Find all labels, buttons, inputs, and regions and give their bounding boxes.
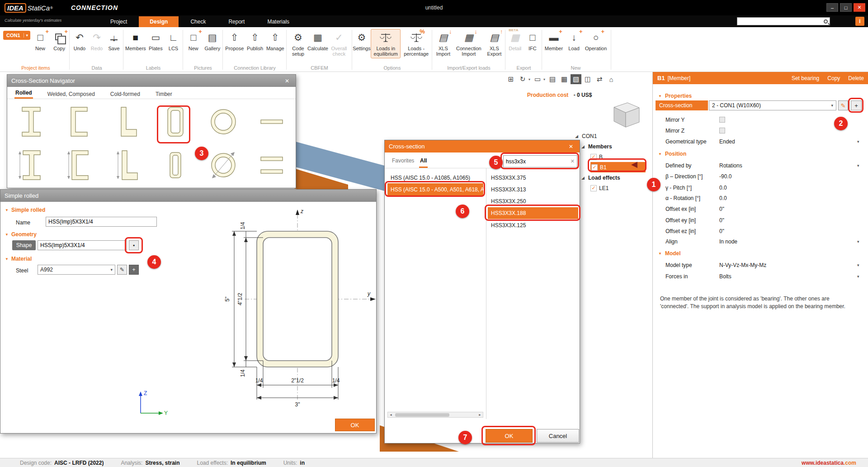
- chevron-down-icon[interactable]: ▾: [857, 239, 859, 244]
- tab-materials[interactable]: Materials: [256, 16, 300, 27]
- chevron-down-icon[interactable]: ▾: [857, 274, 859, 279]
- viewport-3d[interactable]: ⊞ ↻ ▾ ▭ ▾ ▤ ▦ ▧ ◫ ⇄ ⌂ Production cost - …: [0, 72, 652, 458]
- tree-node-le1[interactable]: ✓ LE1: [575, 183, 652, 193]
- section-type-rect-tube[interactable]: [151, 100, 199, 143]
- section-type-circular-tube[interactable]: [199, 100, 247, 143]
- section-search-input[interactable]: [506, 158, 569, 165]
- minimize-button[interactable]: –: [826, 3, 838, 12]
- section-type-flat-bar[interactable]: [248, 100, 296, 143]
- plates-labels-button[interactable]: ▭ Plates: [147, 29, 164, 53]
- lcs-button[interactable]: ∟ LCS: [165, 29, 182, 53]
- xls-export-button[interactable]: ▤↑ XLS Export: [485, 29, 504, 58]
- section-list-item[interactable]: HSS3X3X.250: [488, 195, 578, 207]
- new-member-button[interactable]: ▬+ Member: [543, 29, 564, 53]
- chevron-down-icon[interactable]: ▾: [857, 163, 859, 168]
- shape-input[interactable]: [38, 240, 127, 250]
- expander-icon[interactable]: ◢: [581, 144, 586, 149]
- shaded-view-button[interactable]: ▦: [559, 74, 570, 84]
- edit-material-button[interactable]: ✎: [117, 265, 127, 275]
- standard-list-item[interactable]: HSS (AISC 15.0 - A1085, A1065): [387, 172, 483, 183]
- new-project-item-button[interactable]: □+ New: [31, 29, 49, 53]
- section-collapse-icon[interactable]: ▼: [5, 233, 9, 237]
- section-search-box[interactable]: ✕: [503, 155, 577, 167]
- tab-report[interactable]: Report: [217, 16, 255, 27]
- tab-favorites[interactable]: Favorites: [391, 155, 415, 167]
- horizontal-scrollbar[interactable]: ◄ ►: [387, 412, 483, 418]
- navigator-tab-welded[interactable]: Welded, Composed: [47, 89, 96, 99]
- section-type-rails[interactable]: [248, 143, 296, 187]
- clear-search-icon[interactable]: ✕: [571, 158, 575, 164]
- name-input[interactable]: [46, 217, 157, 227]
- global-search-input[interactable]: [739, 19, 822, 24]
- tree-node-load-effects[interactable]: ◢ Load effects: [575, 172, 652, 183]
- connection-import-button[interactable]: ▦↓ Connection Import: [454, 29, 484, 58]
- chevron-down-icon[interactable]: ▾: [857, 263, 859, 267]
- undo-button[interactable]: ↶ Undo: [71, 29, 88, 53]
- scroll-left-icon[interactable]: ◄: [388, 412, 394, 417]
- new-operation-button[interactable]: ○+ Operation: [584, 29, 608, 53]
- offset-ez-value[interactable]: 0": [719, 228, 724, 234]
- ifc-export-button[interactable]: □ IFC: [524, 29, 541, 53]
- add-material-button[interactable]: +: [129, 265, 139, 275]
- fit-view-button[interactable]: ⊞: [505, 74, 516, 84]
- alpha-rotation-value[interactable]: 0.0: [719, 195, 727, 201]
- model-type-value[interactable]: N-Vy-Vz-Mx-My-Mz: [719, 262, 766, 268]
- section-list-item[interactable]: HSS3X3X.375: [488, 172, 578, 183]
- expander-icon[interactable]: ◢: [575, 134, 580, 138]
- set-bearing-button[interactable]: Set bearing: [792, 75, 819, 81]
- orbit-button[interactable]: ↻: [517, 74, 528, 84]
- section-collapse-icon[interactable]: ▼: [5, 208, 9, 212]
- section-type-rect-tube-small[interactable]: [151, 143, 199, 187]
- xls-import-button[interactable]: ▤↓ XLS Import: [434, 29, 453, 58]
- section-type-channel-dims[interactable]: [55, 143, 103, 187]
- defined-by-value[interactable]: Rotations: [719, 162, 742, 169]
- global-search-box[interactable]: [737, 17, 830, 25]
- manage-button[interactable]: ⇧ Manage: [265, 29, 285, 53]
- tab-check[interactable]: Check: [179, 16, 217, 27]
- section-type-i-beam-dims[interactable]: [7, 143, 55, 187]
- delete-member-button[interactable]: Delete: [848, 75, 864, 81]
- close-icon[interactable]: ✕: [283, 78, 292, 84]
- code-setup-button[interactable]: ⚙ Code setup: [288, 29, 308, 58]
- new-picture-button[interactable]: □+ New: [184, 29, 203, 53]
- clip-view-button[interactable]: ▤: [547, 74, 558, 84]
- tree-node-members[interactable]: ◢ Members: [575, 141, 652, 152]
- connection-selector[interactable]: CON1 ▾: [3, 31, 30, 40]
- loads-percentage-button[interactable]: % Loads - percentage: [401, 29, 431, 58]
- calculate-button[interactable]: ▦ Calculate: [309, 29, 326, 53]
- close-button[interactable]: ✕: [854, 3, 865, 12]
- shape-button[interactable]: Shape: [12, 240, 36, 250]
- forces-in-value[interactable]: Bolts: [719, 273, 731, 280]
- propose-button[interactable]: ⇧ Propose: [224, 29, 245, 53]
- settings-button[interactable]: ⚙ Settings: [354, 29, 370, 53]
- navigator-tab-timber[interactable]: Timber: [155, 89, 173, 99]
- scroll-right-icon[interactable]: ►: [477, 412, 483, 417]
- geometrical-type-value[interactable]: Ended: [719, 138, 735, 145]
- selection-mode-button[interactable]: ▭: [532, 74, 543, 84]
- view-cube[interactable]: [604, 101, 643, 130]
- mirror-y-checkbox[interactable]: [719, 117, 725, 123]
- website-link[interactable]: www.ideastatica.com: [802, 460, 856, 466]
- standard-list-item-selected[interactable]: HSS (AISC 15.0 - A500, A501, A618, A84: [387, 183, 483, 195]
- section-type-angle-dims[interactable]: [104, 143, 151, 187]
- align-value[interactable]: In node: [719, 238, 737, 245]
- maximize-button[interactable]: □: [840, 3, 852, 12]
- solid-view-button[interactable]: ▧: [571, 74, 581, 84]
- loads-in-equilibrium-button[interactable]: Loads in equilibrium: [371, 29, 401, 58]
- section-list-item[interactable]: HSS3X3X.125: [488, 219, 578, 231]
- navigator-tab-rolled[interactable]: Rolled: [14, 88, 33, 99]
- tab-design[interactable]: Design: [139, 16, 179, 27]
- cross-section-property-label[interactable]: Cross-section: [656, 100, 708, 110]
- save-button[interactable]: ↓ Save: [106, 29, 122, 53]
- section-model[interactable]: ▼ Model: [658, 250, 681, 257]
- member-b1-checkbox[interactable]: ✓: [591, 164, 598, 171]
- section-type-circular-tube-dims[interactable]: [199, 143, 247, 187]
- publish-button[interactable]: ⇧ Publish: [246, 29, 264, 53]
- close-icon[interactable]: ✕: [566, 143, 576, 150]
- gallery-button[interactable]: ▤ Gallery: [203, 29, 222, 53]
- simple-rolled-ok-button[interactable]: OK: [335, 419, 375, 431]
- tab-all[interactable]: All: [419, 155, 428, 168]
- members-labels-button[interactable]: ■ Members: [125, 29, 146, 53]
- copy-member-button[interactable]: Copy: [827, 75, 840, 81]
- member-b-checkbox[interactable]: ✓: [590, 154, 597, 160]
